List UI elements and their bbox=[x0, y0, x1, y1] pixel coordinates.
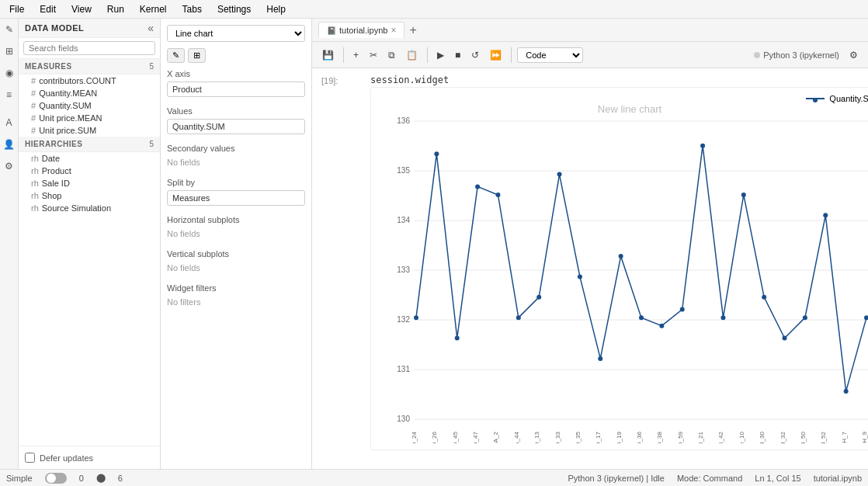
status-circle: ⬤ bbox=[96, 473, 106, 483]
hash-icon-5: # bbox=[31, 126, 36, 135]
svg-point-24 bbox=[619, 254, 623, 259]
nb-paste-btn[interactable]: 📋 bbox=[402, 48, 422, 62]
menu-kernel[interactable]: Kernel bbox=[137, 2, 170, 16]
menu-settings[interactable]: Settings bbox=[214, 2, 254, 16]
status-toggle-btn[interactable] bbox=[45, 473, 67, 484]
svg-point-28 bbox=[700, 144, 705, 148]
svg-text:TSH_9: TSH_9 bbox=[861, 431, 868, 443]
cell-code[interactable]: session.widget bbox=[370, 75, 449, 85]
svg-point-25 bbox=[639, 315, 644, 320]
svg-point-15 bbox=[434, 151, 439, 156]
sidebar-icon-7[interactable]: ⚙ bbox=[2, 158, 17, 174]
svg-point-35 bbox=[844, 389, 849, 394]
horiz-subplots-label: Horizontal subplots bbox=[167, 215, 305, 224]
measure-item-unitprice-sum[interactable]: # Unit price.SUM bbox=[19, 124, 160, 137]
svg-point-16 bbox=[455, 336, 460, 341]
measures-label: MEASURES bbox=[25, 62, 72, 71]
notebook-panel: 📓 tutorial.ipynb × + 💾 + ✂ ⧉ 📋 ▶ ■ ↺ ⏩ C… bbox=[312, 19, 868, 469]
svg-point-33 bbox=[803, 315, 807, 320]
nb-sep-1 bbox=[343, 47, 344, 63]
config-edit-btn[interactable]: ✎ bbox=[167, 48, 185, 63]
secondary-values-label: Secondary values bbox=[167, 144, 305, 153]
hierarchy-item-date[interactable]: rh Date bbox=[19, 152, 160, 165]
hierarchy-icon-3: rh bbox=[31, 179, 39, 188]
tab-add-btn[interactable]: + bbox=[406, 23, 419, 37]
menu-file[interactable]: File bbox=[6, 2, 27, 16]
kernel-select[interactable]: Code Markdown bbox=[517, 47, 583, 63]
svg-text:TSH_7: TSH_7 bbox=[841, 431, 848, 443]
sidebar-icon-2[interactable]: ⊞ bbox=[2, 43, 17, 59]
chart-container: New line chart Quantity.SUM bbox=[370, 87, 868, 450]
sidebar-icon-3[interactable]: ◉ bbox=[2, 65, 17, 81]
menu-help[interactable]: Help bbox=[263, 2, 289, 16]
status-kernel: Python 3 (ipykernel) | Idle bbox=[568, 474, 665, 483]
sidebar-icon-1[interactable]: ✎ bbox=[2, 22, 17, 37]
hierarchy-label-2: Product bbox=[42, 166, 71, 175]
nb-cut-btn[interactable]: ✂ bbox=[366, 48, 381, 62]
svg-point-18 bbox=[495, 193, 500, 197]
nb-stop-btn[interactable]: ■ bbox=[451, 48, 464, 62]
hierarchies-count: 5 bbox=[149, 140, 154, 148]
measure-item-contributors[interactable]: # contributors.COUNT bbox=[19, 75, 160, 87]
measure-label-1: contributors.COUNT bbox=[39, 76, 116, 85]
split-by-field[interactable]: Measures bbox=[167, 190, 305, 206]
legend-label: Quantity.SUM bbox=[829, 94, 868, 103]
menu-run[interactable]: Run bbox=[104, 2, 127, 16]
sidebar-icon-5[interactable]: A bbox=[2, 115, 17, 130]
hierarchy-icon-1: rh bbox=[31, 154, 39, 163]
nb-run-btn[interactable]: ▶ bbox=[433, 48, 448, 62]
menu-edit[interactable]: Edit bbox=[36, 2, 59, 16]
measure-item-quantity-sum[interactable]: # Quantity.SUM bbox=[19, 99, 160, 112]
sidebar-icon-4[interactable]: ≡ bbox=[2, 87, 17, 102]
hierarchy-item-saleid[interactable]: rh Sale ID bbox=[19, 177, 160, 189]
svg-point-26 bbox=[659, 324, 664, 328]
values-field[interactable]: Quantity.SUM bbox=[167, 119, 305, 134]
status-num1: 0 bbox=[79, 474, 84, 483]
chart-type-select[interactable]: Line chart Bar chart Scatter plot bbox=[167, 25, 305, 42]
hierarchy-item-source[interactable]: rh Source Simulation bbox=[19, 202, 160, 214]
notebook-toolbar: 💾 + ✂ ⧉ 📋 ▶ ■ ↺ ⏩ Code Markdown Python 3… bbox=[312, 42, 868, 68]
split-by-label: Split by bbox=[167, 178, 305, 187]
notebook-tab-tutorial[interactable]: 📓 tutorial.ipynb × bbox=[318, 22, 404, 38]
hierarchies-label: HIERARCHIES bbox=[25, 140, 82, 148]
hierarchy-item-product[interactable]: rh Product bbox=[19, 165, 160, 177]
hash-icon-2: # bbox=[31, 89, 36, 98]
statusbar: Simple 0 ⬤ 6 Python 3 (ipykernel) | Idle… bbox=[0, 469, 868, 486]
kernel-circle bbox=[754, 52, 760, 58]
hierarchy-item-shop[interactable]: rh Shop bbox=[19, 189, 160, 202]
svg-text:136: 136 bbox=[397, 116, 410, 125]
menubar: File Edit View Run Kernel Tabs Settings … bbox=[0, 0, 868, 19]
menu-tabs[interactable]: Tabs bbox=[179, 2, 205, 16]
svg-point-17 bbox=[475, 184, 480, 189]
config-grid-btn[interactable]: ⊞ bbox=[188, 48, 206, 63]
nb-copy-btn[interactable]: ⧉ bbox=[384, 48, 399, 62]
nb-add-btn[interactable]: + bbox=[349, 48, 363, 62]
x-axis-label: X axis bbox=[167, 69, 305, 78]
main-layout: ✎ ⊞ ◉ ≡ A 👤 ⚙ DATA MODEL « MEASURES 5 # … bbox=[0, 19, 868, 469]
search-input[interactable] bbox=[23, 41, 155, 55]
nb-save-btn[interactable]: 💾 bbox=[318, 48, 338, 62]
defer-updates-label: Defer updates bbox=[40, 453, 93, 463]
nb-restart-btn[interactable]: ↺ bbox=[467, 48, 483, 62]
widget-filters-empty: No filters bbox=[167, 296, 305, 308]
svg-text:TAB_42: TAB_42 bbox=[717, 431, 724, 443]
measure-item-quantity-mean[interactable]: # Quantity.MEAN bbox=[19, 87, 160, 99]
values-label: Values bbox=[167, 106, 305, 116]
menu-view[interactable]: View bbox=[68, 2, 95, 16]
collapse-button[interactable]: « bbox=[148, 22, 154, 34]
defer-updates-checkbox[interactable] bbox=[25, 453, 35, 463]
hash-icon-1: # bbox=[31, 76, 36, 85]
cell-1: [19]: session.widget New line chart bbox=[318, 75, 862, 450]
svg-text:TSH_32: TSH_32 bbox=[779, 431, 786, 443]
hash-icon-4: # bbox=[31, 113, 36, 123]
measures-count: 5 bbox=[149, 62, 154, 71]
sidebar-icon-6[interactable]: 👤 bbox=[2, 137, 17, 152]
x-axis-field[interactable]: Product bbox=[167, 82, 305, 97]
secondary-values-empty: No fields bbox=[167, 156, 305, 168]
tab-close-btn[interactable]: × bbox=[391, 25, 396, 36]
measure-item-unitprice-mean[interactable]: # Unit price.MEAN bbox=[19, 112, 160, 124]
svg-point-20 bbox=[536, 295, 541, 300]
svg-text:135: 135 bbox=[397, 166, 410, 175]
nb-restart-run-btn[interactable]: ⏩ bbox=[486, 48, 505, 62]
nb-settings-btn[interactable]: ⚙ bbox=[845, 48, 862, 62]
